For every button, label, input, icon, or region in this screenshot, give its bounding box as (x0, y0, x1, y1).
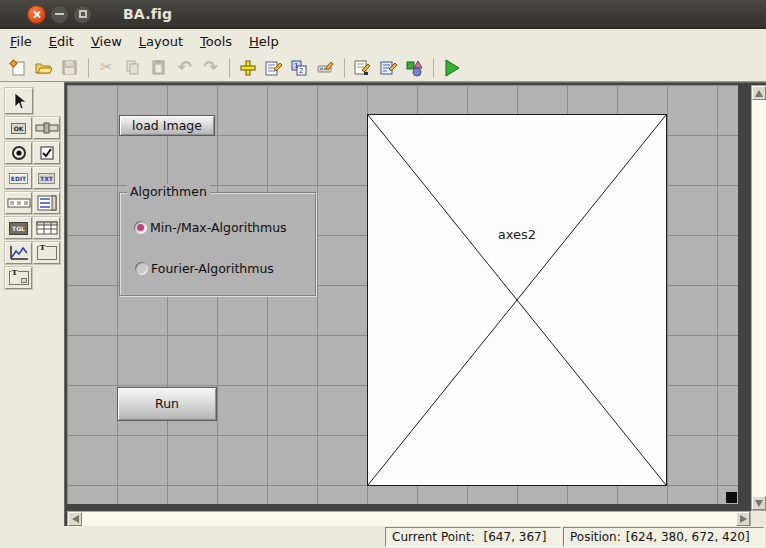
align-objects-button[interactable] (235, 56, 260, 80)
palette-edit-text[interactable]: EDIT (5, 167, 32, 189)
axes-icon (7, 244, 31, 262)
paste-icon (150, 59, 167, 76)
minimize-button[interactable] (50, 5, 69, 24)
palette-select[interactable] (5, 88, 33, 114)
cut-icon: ✂ (100, 60, 113, 75)
copy-icon (124, 59, 141, 76)
svg-text:1: 1 (294, 62, 298, 70)
scroll-down-button[interactable] (752, 496, 766, 510)
figure-resize-handle[interactable] (726, 492, 737, 503)
maximize-button[interactable] (73, 5, 92, 24)
svg-text:2: 2 (299, 67, 303, 75)
menu-editor-icon (264, 59, 283, 77)
menu-edit[interactable]: Edit (49, 34, 74, 49)
run-push-button[interactable]: Run (117, 387, 217, 421)
toolbar-separator (88, 58, 89, 78)
radio-minmax[interactable]: Min-/Max-Algorithmus (134, 220, 287, 235)
maximize-icon (79, 10, 87, 18)
menubar: File Edit View Layout Tools Help (0, 29, 766, 54)
copy-button[interactable] (120, 56, 145, 80)
paste-button[interactable] (146, 56, 171, 80)
slider-icon (35, 121, 59, 135)
axes2-placeholder[interactable]: axes2 (367, 114, 667, 486)
palette-push-button[interactable]: OK (5, 117, 32, 139)
open-icon (34, 59, 53, 77)
toolbar-editor-icon (316, 59, 335, 77)
toolbar-separator (344, 58, 345, 78)
property-inspector-icon (379, 59, 398, 77)
position-value: [624, 380, 672, 420] (626, 530, 750, 544)
palette-axes[interactable] (5, 242, 32, 264)
position-label: Position: (570, 530, 621, 544)
scroll-left-button[interactable] (68, 512, 82, 526)
select-arrow-icon (10, 91, 28, 111)
listbox-icon (36, 194, 58, 212)
palette-listbox[interactable] (33, 192, 60, 214)
toolbar-separator (229, 58, 230, 78)
redo-button[interactable]: ↷ (198, 56, 223, 80)
m-file-editor-button[interactable] (350, 56, 375, 80)
toolbar-editor-button[interactable] (313, 56, 338, 80)
close-icon (32, 10, 41, 19)
new-icon (9, 59, 27, 77)
tab-order-icon: 12 (290, 59, 309, 77)
palette-static-text[interactable]: TXT (33, 167, 60, 189)
panel-title: Algorithmen (127, 184, 210, 199)
layout-area: load Image Algorithmen Min-/Max-Algorith… (64, 82, 766, 526)
arrow-down-icon (755, 500, 763, 507)
figure-canvas[interactable]: load Image Algorithmen Min-/Max-Algorith… (67, 85, 738, 504)
tab-order-editor-button[interactable]: 12 (287, 56, 312, 80)
button-group-icon: T (9, 271, 29, 285)
radio-unselected-icon[interactable] (135, 262, 148, 275)
menu-layout[interactable]: Layout (139, 34, 183, 49)
menu-editor-button[interactable] (261, 56, 286, 80)
algorithms-panel[interactable]: Algorithmen Min-/Max-Algorithmus Fourier… (119, 192, 316, 296)
current-point-label: Current Point: (392, 530, 479, 544)
scroll-up-button[interactable] (752, 86, 766, 100)
palette-panel[interactable]: T (33, 242, 60, 264)
run-icon (442, 58, 462, 78)
save-figure-button[interactable] (57, 56, 82, 80)
close-button[interactable] (27, 5, 46, 24)
arrow-left-icon (72, 515, 79, 523)
scroll-right-button[interactable] (736, 512, 750, 526)
redo-icon: ↷ (203, 59, 217, 76)
run-button[interactable] (439, 56, 464, 80)
palette-button-group[interactable]: T (5, 267, 32, 289)
save-icon (61, 59, 78, 76)
object-browser-icon (405, 59, 424, 77)
menu-file[interactable]: File (10, 34, 32, 49)
object-browser-button[interactable] (402, 56, 427, 80)
vertical-scrollbar[interactable] (751, 85, 766, 511)
load-image-button[interactable]: load Image (119, 115, 215, 136)
palette-check-box[interactable] (33, 142, 60, 164)
statusbar: Current Point: [647, 367] Position: [624… (0, 526, 766, 548)
undo-button[interactable]: ↶ (172, 56, 197, 80)
radio-button-icon (10, 144, 28, 162)
arrow-right-icon (740, 515, 747, 523)
toggle-button-icon: TGL (9, 222, 28, 235)
palette-pop-up-menu[interactable] (5, 192, 32, 214)
open-figure-button[interactable] (31, 56, 56, 80)
menu-view[interactable]: View (91, 34, 122, 49)
current-point-value: [647, 367] (484, 530, 547, 544)
palette-table[interactable] (33, 217, 60, 239)
check-box-icon (38, 144, 56, 162)
radio-fourier[interactable]: Fourier-Algorithmus (135, 261, 274, 276)
cut-button[interactable]: ✂ (94, 56, 119, 80)
window-title: BA.fig (123, 6, 172, 22)
radio-selected-icon[interactable] (134, 221, 147, 234)
menu-tools[interactable]: Tools (200, 34, 232, 49)
horizontal-scrollbar[interactable] (67, 511, 751, 527)
menu-help[interactable]: Help (249, 34, 279, 49)
new-figure-button[interactable] (5, 56, 30, 80)
scrollbar-corner (751, 511, 766, 527)
palette-radio-button[interactable] (5, 142, 32, 164)
palette-toggle-button[interactable]: TGL (5, 217, 32, 239)
palette-slider[interactable] (33, 117, 60, 139)
property-inspector-button[interactable] (376, 56, 401, 80)
align-icon (239, 59, 257, 77)
toolbar: ✂ ↶ ↷ 12 (0, 54, 766, 82)
axes-label: axes2 (368, 227, 666, 242)
edit-text-icon: EDIT (9, 173, 28, 184)
